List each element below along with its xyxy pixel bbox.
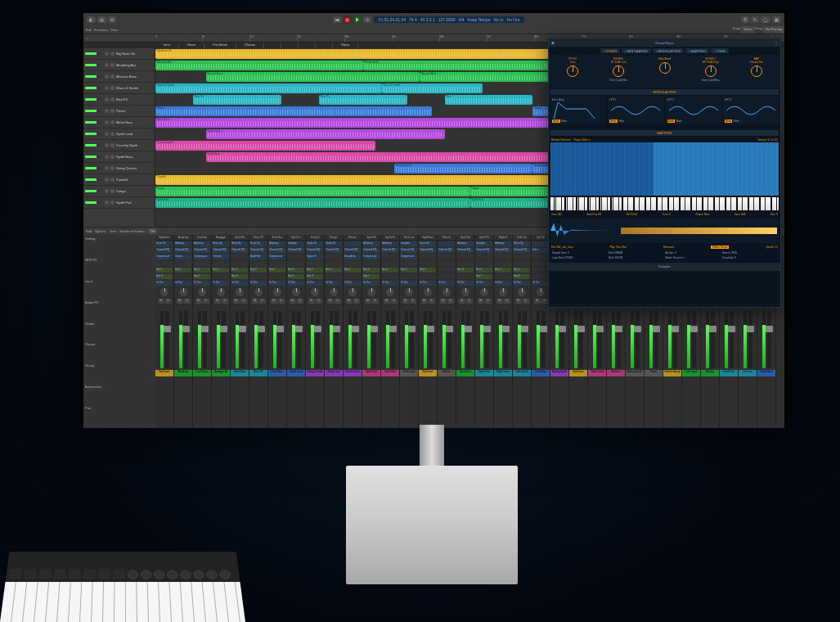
solo-button[interactable]: S: [240, 299, 247, 304]
instrument-slot[interactable]: Retro Sy: [514, 241, 530, 246]
envelope-editor[interactable]: Env 1 AmpModeRate: [550, 97, 606, 124]
mixer-edit[interactable]: Edit: [86, 229, 92, 233]
fx-slot[interactable]: Channel EQ: [514, 248, 530, 253]
volume-fader[interactable]: [222, 311, 226, 368]
zone-gain[interactable]: Gain: 0dB: [734, 213, 745, 216]
pan-knob[interactable]: [367, 288, 375, 296]
region[interactable]: Conga: [155, 187, 470, 196]
instrument-slot[interactable]: Studio St: [307, 241, 323, 246]
synth-knob[interactable]: [751, 65, 762, 77]
marker[interactable]: Verse: [179, 43, 204, 48]
fx-slot[interactable]: Channel EQ: [457, 248, 474, 253]
region[interactable]: Rise FX: [319, 95, 407, 105]
send-slot[interactable]: Bus 3: [156, 274, 173, 279]
volume-fader[interactable]: [636, 311, 640, 368]
channel-strip[interactable]: Funk LeaSamplerChannel EQCompressorBus 2…: [400, 235, 419, 428]
volume-fader[interactable]: [711, 311, 715, 368]
pan-knob[interactable]: [405, 288, 413, 296]
send-slot[interactable]: Bus 2: [194, 268, 210, 273]
send-slot[interactable]: Bus 3: [457, 268, 474, 273]
channel-strip[interactable]: Bright SAlchemyChannel EQBus 2St OutMSBr…: [494, 235, 513, 428]
channel-strip[interactable]: ElectricChannel EQSt OutMSElectric: [438, 235, 456, 428]
solo-button[interactable]: S: [504, 299, 510, 304]
solo-button[interactable]: S: [485, 299, 492, 304]
solo-button[interactable]: S: [165, 299, 172, 304]
volume-slider[interactable]: [85, 110, 101, 112]
pan-knob[interactable]: [537, 288, 545, 296]
volume-fader[interactable]: [730, 311, 734, 368]
send-slot[interactable]: Bus 1: [382, 268, 398, 273]
plugin-tab[interactable]: • MOD MATRIX: [622, 48, 651, 53]
mute-button[interactable]: M: [402, 299, 409, 304]
volume-fader[interactable]: [654, 311, 658, 368]
volume-fader[interactable]: [485, 311, 489, 368]
marker[interactable]: Chorus: [236, 43, 264, 48]
fx-slot[interactable]: Bass Amp: [344, 255, 361, 259]
instrument-slot[interactable]: Alchemy: [382, 241, 398, 246]
volume-slider[interactable]: [85, 87, 101, 89]
track-header[interactable]: Pierce: [83, 106, 155, 117]
volume-slider[interactable]: [85, 190, 101, 192]
pan-knob[interactable]: [292, 288, 300, 296]
region[interactable]: Rise FX: [193, 95, 281, 105]
fx-slot[interactable]: Channel EQ: [250, 248, 267, 253]
synth-knob[interactable]: [659, 62, 671, 74]
region[interactable]: Synth Bass: [206, 152, 596, 162]
channel-strip[interactable]: Lead NotAlchemyChannel EQCompressorBus 2…: [193, 235, 212, 428]
instrument-slot[interactable]: Studio St: [326, 241, 342, 246]
volume-slider[interactable]: [85, 52, 101, 55]
fx-slot[interactable]: Channel EQ: [213, 248, 229, 253]
plugin-menu-icon[interactable]: ⋮: [775, 41, 778, 45]
instrument-slot[interactable]: Drum Kit: [156, 241, 173, 246]
follow-tempo[interactable]: Follow Tempo: [711, 246, 729, 249]
output-slot[interactable]: St Out: [213, 281, 229, 286]
volume-slider[interactable]: [85, 98, 101, 101]
solo-button[interactable]: S: [184, 299, 191, 304]
mute-button[interactable]: M: [459, 299, 465, 304]
instrument-slot[interactable]: Sampler: [476, 241, 492, 246]
send-slot[interactable]: Bus 2: [401, 268, 417, 273]
region[interactable]: Warm & Gentle: [382, 83, 483, 93]
synth-knob[interactable]: [567, 65, 578, 77]
zoom-icon[interactable]: +: [86, 36, 88, 40]
pan-knob[interactable]: [461, 288, 469, 296]
output-slot[interactable]: St Out: [514, 281, 530, 286]
volume-fader[interactable]: [579, 311, 583, 368]
channel-strip[interactable]: Synth PaSamplerChannel EQBus 1Bus 7St Ou…: [475, 235, 494, 428]
channel-strip[interactable]: Synth BeAlchemyChannel EQBus 3St OutMSSy…: [456, 235, 475, 428]
send-slot[interactable]: Bus 3: [231, 274, 248, 279]
instrument-slot[interactable]: Sampler: [288, 241, 304, 246]
marker[interactable]: [316, 43, 333, 48]
output-slot[interactable]: St Out: [382, 281, 398, 286]
send-slot[interactable]: Bus 1: [156, 268, 173, 273]
volume-fader[interactable]: [316, 311, 320, 368]
envelope-editor[interactable]: LFO 2ModeRate: [666, 97, 721, 124]
solo-button[interactable]: S: [523, 299, 529, 304]
volume-fader[interactable]: [240, 311, 245, 368]
output-slot[interactable]: St Out: [326, 281, 342, 286]
pan-knob[interactable]: [198, 288, 206, 296]
drag-mode[interactable]: No Overlap: [763, 26, 784, 34]
fx-slot[interactable]: Channel EQ: [269, 248, 285, 253]
volume-slider[interactable]: [85, 121, 101, 124]
mute-button[interactable]: M: [346, 299, 353, 304]
pan-knob[interactable]: [179, 288, 187, 296]
record-button[interactable]: [344, 16, 352, 24]
mapping-keyboard[interactable]: [550, 197, 779, 210]
plugin-tab[interactable]: • ZONE: [711, 48, 729, 53]
fx-slot[interactable]: Channel EQ: [194, 248, 210, 253]
zone-pan[interactable]: Pan: 0: [770, 213, 778, 216]
fade-in[interactable]: Fade In: 3091: [722, 251, 777, 255]
volume-fader[interactable]: [767, 311, 771, 368]
solo-button[interactable]: S: [259, 299, 266, 304]
volume-fader[interactable]: [673, 311, 677, 368]
fx-slot[interactable]: Channel EQ: [363, 248, 380, 253]
reversed[interactable]: Reversed: [663, 246, 674, 249]
output-slot[interactable]: St Out: [495, 281, 511, 286]
output-slot[interactable]: St Out: [438, 281, 455, 286]
loop-mode[interactable]: Mode: Forward ▾: [666, 256, 721, 259]
solo-button[interactable]: S: [429, 299, 435, 304]
synth-knob[interactable]: [613, 65, 624, 77]
channel-strip[interactable]: Big RoomDrum KitChannel EQCompressorBus …: [155, 235, 174, 428]
fx-slot[interactable]: Channel EQ: [382, 248, 398, 253]
